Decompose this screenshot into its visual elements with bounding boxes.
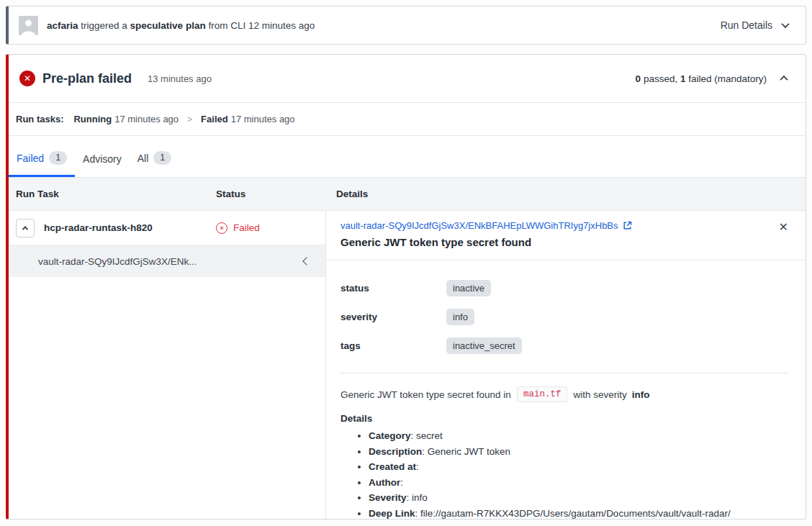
run-task-name: hcp-radar-runtask-h820 <box>44 222 153 233</box>
collapse-row-button[interactable] <box>16 219 35 237</box>
pre-plan-title: Pre-plan failed <box>42 71 132 86</box>
run-tasks-label: Run tasks: <box>16 114 63 124</box>
details-header: vault-radar-SQy9IJcdfGjSw3X/ENkBFAHEpLWW… <box>326 211 806 260</box>
collapse-section-button[interactable] <box>781 76 787 81</box>
tab-failed-count-badge: 1 <box>49 151 67 165</box>
tags-value-badge: inactive_secret <box>446 337 522 354</box>
divider <box>340 373 788 373</box>
status-badge: ✕ Failed <box>216 222 325 234</box>
failed-status-icon: ✕ <box>216 222 227 234</box>
chevron-left-icon <box>302 257 310 265</box>
chevron-down-icon <box>781 20 789 28</box>
status-label: Failed <box>233 222 260 233</box>
trigger-summary: acfaria triggered a speculative plan fro… <box>47 20 315 31</box>
result-tabs: Failed 1 Advisory All 1 <box>9 136 806 178</box>
column-header-details: Details <box>336 189 806 199</box>
finding-details-list: Category: secret Description: Generic JW… <box>340 430 788 519</box>
result-link[interactable]: vault-radar-SQy9IJcdfGjSw3X/ENkBFAHEpLWW… <box>340 220 632 231</box>
table-row: hcp-radar-runtask-h820 ✕ Failed <box>9 211 325 245</box>
file-name-chip: main.tf <box>517 386 568 402</box>
tab-advisory[interactable]: Advisory <box>75 153 130 177</box>
list-item: Severity: info <box>369 492 788 503</box>
status-value-badge: inactive <box>446 280 491 296</box>
details-panel: vault-radar-SQy9IJcdfGjSw3X/ENkBFAHEpLWW… <box>326 211 806 519</box>
trigger-user: acfaria <box>47 20 78 31</box>
finding-title: Generic JWT token type secret found <box>340 236 632 248</box>
run-tasks-timeline: Run tasks: Running17 minutes ago > Faile… <box>9 102 806 136</box>
column-header-run-task: Run Task <box>16 189 216 199</box>
list-item: Description: Generic JWT token <box>369 446 788 457</box>
summary-text: 0 passed, 1 failed (mandatory) <box>636 73 767 84</box>
field-status: status inactive <box>340 273 788 302</box>
results-content: hcp-radar-runtask-h820 ✕ Failed vault-ra… <box>9 211 806 519</box>
tab-all[interactable]: All 1 <box>130 151 180 177</box>
field-severity: severity info <box>340 302 788 331</box>
pre-plan-header: ✕ Pre-plan failed 13 minutes ago 0 passe… <box>9 55 806 102</box>
pre-plan-summary: 0 passed, 1 failed (mandatory) <box>636 73 787 84</box>
run-details-label: Run Details <box>721 19 772 31</box>
run-tasks-stage-failed: Failed17 minutes ago <box>201 114 294 124</box>
list-item: Deep Link: file://gautam-R7KKX43DPG/User… <box>369 508 788 519</box>
run-page: acfaria triggered a speculative plan fro… <box>0 0 812 526</box>
finding-message: Generic JWT token type secret found in m… <box>340 386 788 402</box>
run-details-dropdown[interactable]: Run Details <box>721 19 788 31</box>
run-trigger-bar: acfaria triggered a speculative plan fro… <box>6 6 806 45</box>
column-header-status: Status <box>216 189 336 199</box>
trigger-action: speculative plan <box>130 20 206 31</box>
list-item: Created at: <box>369 461 788 472</box>
list-item-result[interactable]: vault-radar-SQy9IJcdfGjSw3X/ENk... <box>9 245 325 277</box>
run-tasks-stage-running: Running17 minutes ago <box>73 114 179 124</box>
list-item: Author: <box>369 477 788 488</box>
pre-plan-card: ✕ Pre-plan failed 13 minutes ago 0 passe… <box>6 54 806 520</box>
chevron-up-icon <box>780 76 788 83</box>
run-task-list: hcp-radar-runtask-h820 ✕ Failed vault-ra… <box>9 211 326 519</box>
result-name: vault-radar-SQy9IJcdfGjSw3X/ENk... <box>38 256 197 267</box>
close-icon[interactable]: ✕ <box>777 220 790 248</box>
field-tags: tags inactive_secret <box>340 331 788 360</box>
chevron-up-icon <box>22 226 28 232</box>
severity-value-badge: info <box>446 309 474 325</box>
details-body: status inactive severity info tags inact… <box>326 260 806 519</box>
details-subheading: Details <box>340 413 788 424</box>
failed-circle-icon: ✕ <box>19 71 35 86</box>
tab-all-count-badge: 1 <box>153 151 171 165</box>
table-header: Run Task Status Details <box>9 178 806 211</box>
external-link-icon <box>623 221 632 230</box>
user-avatar-icon <box>19 16 38 35</box>
tab-failed[interactable]: Failed 1 <box>9 151 75 177</box>
list-item: Category: secret <box>369 430 788 441</box>
pre-plan-time: 13 minutes ago <box>148 73 212 84</box>
stage-separator: > <box>187 114 192 124</box>
